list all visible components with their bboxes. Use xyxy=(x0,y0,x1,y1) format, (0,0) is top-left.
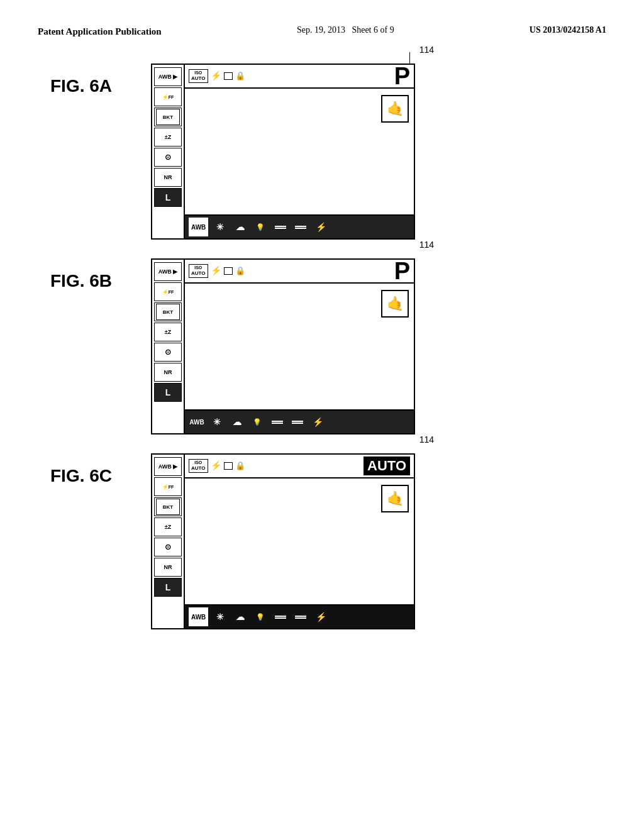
left-sidebar-6a: AWB ▶ ⚡FF BKT ±Z ⊙ NR L xyxy=(152,65,185,238)
figure-6c-label: FIG. 6C xyxy=(50,453,126,486)
page: Patent Application Publication Sep. 19, … xyxy=(0,0,644,830)
wb-flash-6b[interactable]: ⚡ xyxy=(309,412,326,431)
figure-6a-row: FIG. 6A 114 AWB ▶ ⚡FF BKT ±Z ⊙ xyxy=(50,64,606,240)
ref-number-6a: 114 xyxy=(419,45,434,55)
wb-cloud-6a[interactable]: ☁ xyxy=(232,218,248,236)
wb-fluor1-6c[interactable] xyxy=(272,607,289,626)
top-bar-6c: ISO AUTO ⚡ 🔒 AUTO xyxy=(185,455,414,479)
sidebar-nr[interactable]: NR xyxy=(154,168,182,187)
sidebar-awb-6c[interactable]: AWB ▶ xyxy=(154,457,182,476)
main-content-6a xyxy=(185,89,414,214)
top-icons-6c: ISO AUTO ⚡ 🔒 xyxy=(189,459,245,473)
sidebar-size-6b[interactable]: L xyxy=(154,383,182,402)
patent-number: US 2013/0242158 A1 xyxy=(530,25,606,35)
sheet-info: Sheet 6 of 9 xyxy=(352,25,394,35)
camera-screen-6b: AWB ▶ ⚡FF BKT ±Z ⊙ NR L xyxy=(151,258,415,434)
wb-awb-6b[interactable]: AWB xyxy=(189,412,205,431)
lock-icon: 🔒 xyxy=(235,71,245,81)
sidebar-ev-6c[interactable]: ±Z xyxy=(154,517,182,536)
top-bar-6a: ISO AUTO ⚡ 🔒 P xyxy=(185,65,414,89)
wb-flash-6c[interactable]: ⚡ xyxy=(313,607,329,626)
sidebar-nr-6b[interactable]: NR xyxy=(154,363,182,382)
left-sidebar-6c: AWB ▶ ⚡FF BKT ±Z ⊙ NR L xyxy=(152,455,185,628)
wb-sun-6c[interactable]: ✳ xyxy=(212,607,228,626)
bottom-bar-6b: AWB ✳ ☁ 💡 xyxy=(185,409,414,433)
sidebar-flash[interactable]: ⚡FF xyxy=(154,87,182,106)
lock-icon-6b: 🔒 xyxy=(235,266,245,276)
sidebar-bkt-6b[interactable]: BKT xyxy=(154,302,182,321)
rect-icon-6b xyxy=(224,267,233,275)
sidebar-awb-6b[interactable]: AWB ▶ xyxy=(154,262,182,281)
wb-lamp-6a[interactable]: 💡 xyxy=(252,218,269,236)
pub-date: Sep. 19, 2013 xyxy=(297,25,345,35)
wb-awb-6a[interactable]: AWB xyxy=(189,218,208,236)
top-icons-6a: ISO AUTO ⚡ 🔒 xyxy=(189,69,245,83)
iso-indicator-6b: ISO AUTO xyxy=(189,264,208,278)
wb-cloud-6c[interactable]: ☁ xyxy=(232,607,248,626)
wb-fluor2-6b[interactable] xyxy=(289,412,306,431)
sidebar-meter-6b[interactable]: ⊙ xyxy=(154,343,182,362)
lock-icon-6c: 🔒 xyxy=(235,461,245,471)
camera-screen-6a: AWB ▶ ⚡FF BKT ±Z ⊙ NR L xyxy=(151,64,415,240)
iso-indicator-6c: ISO AUTO xyxy=(189,459,208,473)
wb-lamp-6c[interactable]: 💡 xyxy=(252,607,269,626)
top-bar-6b: ISO AUTO ⚡ 🔒 P xyxy=(185,260,414,284)
rect-icon xyxy=(224,72,233,80)
sidebar-size-6c[interactable]: L xyxy=(154,578,182,597)
sidebar-bkt[interactable]: BKT xyxy=(154,108,182,126)
main-content-6b xyxy=(185,284,414,409)
sidebar-bkt-6c[interactable]: BKT xyxy=(154,497,182,516)
sidebar-awb[interactable]: AWB ▶ xyxy=(154,67,182,86)
hand-icon-6a: 🤙 xyxy=(381,95,409,123)
figure-6c-row: FIG. 6C 114 AWB ▶ ⚡FF BKT ±Z ⊙ NR L xyxy=(50,453,606,629)
flash-icon-6b: ⚡ xyxy=(211,265,221,276)
mode-auto-6c: AUTO xyxy=(364,456,410,475)
figure-6b-row: FIG. 6B 114 AWB ▶ ⚡FF BKT ±Z ⊙ NR L xyxy=(50,258,606,434)
sidebar-nr-6c[interactable]: NR xyxy=(154,558,182,577)
hand-icon-6b: 🤙 xyxy=(381,290,409,318)
wb-fluor1-6b[interactable] xyxy=(269,412,286,431)
wb-fluor2-6a[interactable] xyxy=(292,218,309,236)
mode-p-6a: P xyxy=(394,64,410,88)
header-center: Sep. 19, 2013 Sheet 6 of 9 xyxy=(297,25,394,35)
sidebar-ev-6b[interactable]: ±Z xyxy=(154,323,182,341)
wb-fluor1-6a[interactable] xyxy=(272,218,289,236)
sidebar-meter-6c[interactable]: ⊙ xyxy=(154,538,182,556)
top-icons-6b: ISO AUTO ⚡ 🔒 xyxy=(189,264,245,278)
flash-icon: ⚡ xyxy=(211,70,221,81)
ref-number-6b: 114 xyxy=(419,240,434,250)
wb-sun-6a[interactable]: ✳ xyxy=(212,218,228,236)
figures-container: FIG. 6A 114 AWB ▶ ⚡FF BKT ±Z ⊙ xyxy=(38,64,606,629)
publication-title: Patent Application Publication xyxy=(38,26,162,36)
sidebar-size[interactable]: L xyxy=(154,188,182,207)
figure-6b-label: FIG. 6B xyxy=(50,258,126,291)
rect-icon-6c xyxy=(224,462,233,470)
ref-number-6c: 114 xyxy=(419,434,434,445)
flash-icon-6c: ⚡ xyxy=(211,460,221,471)
wb-cloud-6b[interactable]: ☁ xyxy=(229,412,245,431)
wb-fluor2-6c[interactable] xyxy=(292,607,309,626)
main-content-6c xyxy=(185,479,414,604)
sidebar-ev[interactable]: ±Z xyxy=(154,128,182,147)
sidebar-flash-6b[interactable]: ⚡FF xyxy=(154,282,182,301)
mode-p-6b: P xyxy=(394,259,410,283)
hand-icon-6c: 🤙 xyxy=(381,485,409,512)
header-left: Patent Application Publication xyxy=(38,25,162,38)
camera-screen-6c: AWB ▶ ⚡FF BKT ±Z ⊙ NR L xyxy=(151,453,415,629)
wb-lamp-6b[interactable]: 💡 xyxy=(249,412,265,431)
figure-6a-label: FIG. 6A xyxy=(50,64,126,96)
header-right: US 2013/0242158 A1 xyxy=(530,25,606,35)
bottom-bar-6a: AWB ✳ ☁ 💡 xyxy=(185,214,414,238)
header: Patent Application Publication Sep. 19, … xyxy=(38,25,606,38)
sidebar-flash-6c[interactable]: ⚡FF xyxy=(154,477,182,496)
iso-indicator: ISO AUTO xyxy=(189,69,208,83)
left-sidebar-6b: AWB ▶ ⚡FF BKT ±Z ⊙ NR L xyxy=(152,260,185,433)
bottom-bar-6c: AWB ✳ ☁ 💡 xyxy=(185,604,414,628)
wb-sun-6b[interactable]: ✳ xyxy=(209,412,225,431)
sidebar-meter[interactable]: ⊙ xyxy=(154,148,182,167)
wb-flash-6a[interactable]: ⚡ xyxy=(313,218,329,236)
wb-awb-6c[interactable]: AWB xyxy=(189,607,208,626)
